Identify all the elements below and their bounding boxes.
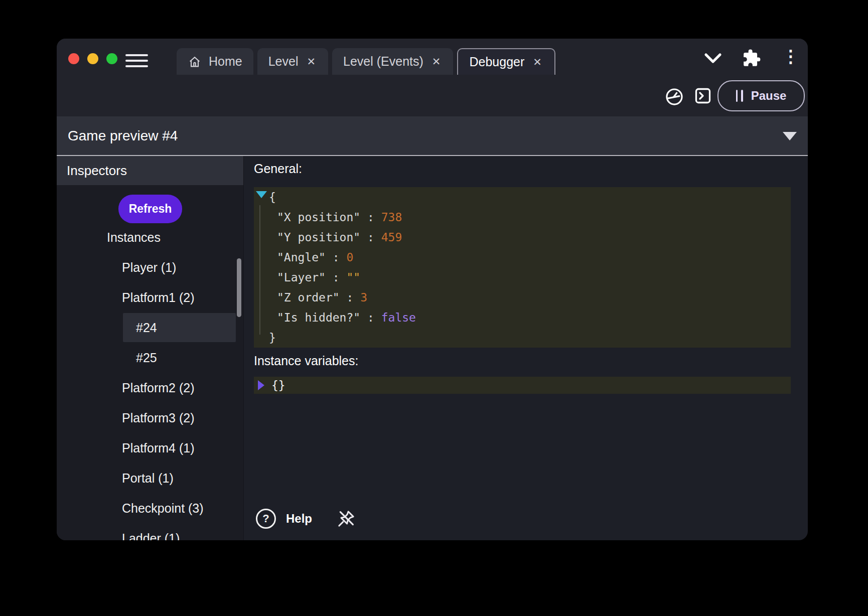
title-bar: Home Level ✕ Level (Events) ✕ Debugger ✕ [57,39,808,116]
inspector-detail-panel: General: { "X position" : 738 "Y positio… [244,156,808,540]
console-icon[interactable] [694,87,712,105]
pause-icon [736,90,743,102]
pause-button[interactable]: Pause [717,80,805,111]
tree-item-ladder-1[interactable]: Ladder (1) [57,523,243,540]
expand-object-icon[interactable] [258,380,264,390]
refresh-button[interactable]: Refresh [118,195,182,223]
property-value: "" [346,271,360,284]
tree-item-label: Platform3 (2) [57,411,194,425]
property-key: "X position" [277,211,360,224]
general-section-label: General: [254,162,791,175]
home-icon [188,55,202,69]
close-window-button[interactable] [68,53,79,64]
more-options-icon[interactable]: ⋮ [782,48,799,65]
tab-bar: Home Level ✕ Level (Events) ✕ Debugger ✕ [177,48,555,75]
tree-item-label: #24 [57,321,157,335]
debugger-window: Home Level ✕ Level (Events) ✕ Debugger ✕ [57,39,808,540]
tree-item-label: Ladder (1) [57,531,180,541]
minimize-window-button[interactable] [87,53,98,64]
empty-object-value: {} [271,377,285,394]
close-tab-icon[interactable]: ✕ [531,55,543,69]
tab-label: Home [209,54,242,69]
property-key: "Z order" [277,291,340,304]
tree-item-#24[interactable]: #24 [57,313,243,343]
inspectors-header: Inspectors [57,156,243,185]
tree-item-player-1[interactable]: Player (1) [57,252,243,282]
debugger-body: Inspectors Refresh Instances Player (1) … [57,156,808,540]
tree-item-label: Portal (1) [57,471,174,486]
tab-home[interactable]: Home [177,48,253,75]
game-preview-title: Game preview #4 [57,128,178,144]
sidebar-scrollbar-thumb[interactable] [237,258,241,317]
json-property-row[interactable]: "Z order" : 3 [254,287,791,307]
tree-item-label: Platform1 (2) [57,290,194,305]
tree-item-platform2-2[interactable]: Platform2 (2) [57,373,243,403]
property-key: "Is hidden?" [277,311,360,324]
close-tab-icon[interactable]: ✕ [430,55,443,69]
instance-variables-label: Instance variables: [254,354,791,367]
tree-item-platform3-2[interactable]: Platform3 (2) [57,403,243,433]
property-key: "Layer" [277,271,326,284]
json-property-row[interactable]: "X position" : 738 [254,207,791,227]
tree-item-label: Instances [57,230,161,245]
inspector-tree: Instances Player (1) Platform1 (2) #24 [57,222,243,540]
property-value: false [381,311,416,324]
main-menu-icon[interactable] [125,54,148,67]
tree-item-portal-1[interactable]: Portal (1) [57,463,243,493]
tree-item-label: Platform4 (1) [57,441,194,455]
close-tab-icon[interactable]: ✕ [305,55,317,69]
tree-item-platform4-1[interactable]: Platform4 (1) [57,433,243,463]
game-preview-dropdown-icon[interactable] [783,132,797,140]
tab-level[interactable]: Level ✕ [257,48,328,75]
tree-item-label: Checkpoint (3) [57,501,204,516]
indent-guide [259,205,260,335]
property-key: "Y position" [277,231,360,244]
json-property-row[interactable]: "Angle" : 0 [254,247,791,267]
json-property-row[interactable]: "Is hidden?" : false [254,307,791,328]
pause-button-label: Pause [751,89,787,103]
profiler-gauge-icon[interactable] [665,87,684,106]
tree-item-label: Player (1) [57,260,176,275]
tree-item-instances[interactable]: Instances [57,222,243,252]
collapse-object-icon[interactable] [256,191,267,198]
property-value: 0 [346,251,353,264]
game-preview-selector[interactable]: Game preview #4 [57,116,808,156]
instance-variables-viewer: {} [254,377,791,394]
tree-item-platform1-2[interactable]: Platform1 (2) [57,282,243,313]
tree-item-#25[interactable]: #25 [57,343,243,373]
property-key: "Angle" [277,251,326,264]
inspectors-sidebar: Inspectors Refresh Instances Player (1) … [57,156,244,540]
json-open-brace: { [254,187,791,207]
property-value: 3 [360,291,367,304]
tab-label: Level (Events) [343,54,423,69]
json-property-row[interactable]: "Layer" : "" [254,267,791,287]
help-row: ? Help [256,509,356,529]
tree-item-checkpoint-3[interactable]: Checkpoint (3) [57,493,243,523]
tree-item-label: Platform2 (2) [57,381,194,395]
tab-level-events[interactable]: Level (Events) ✕ [332,48,453,75]
tab-debugger[interactable]: Debugger ✕ [457,48,555,75]
property-value: 459 [381,231,402,244]
help-icon[interactable]: ? [256,509,276,529]
maximize-window-button[interactable] [106,53,117,64]
help-label: Help [286,512,312,526]
json-property-row[interactable]: "Y position" : 459 [254,227,791,247]
tab-label: Level [268,54,299,69]
property-value: 738 [381,211,402,224]
extensions-puzzle-icon[interactable] [742,49,761,68]
tab-label: Debugger [469,55,524,69]
general-json-viewer: { "X position" : 738 "Y position" : 459 … [254,187,791,348]
chevron-down-icon[interactable] [702,51,724,66]
tree-item-label: #25 [57,351,157,365]
json-close-brace: } [254,328,791,348]
unpin-icon[interactable] [336,509,356,529]
